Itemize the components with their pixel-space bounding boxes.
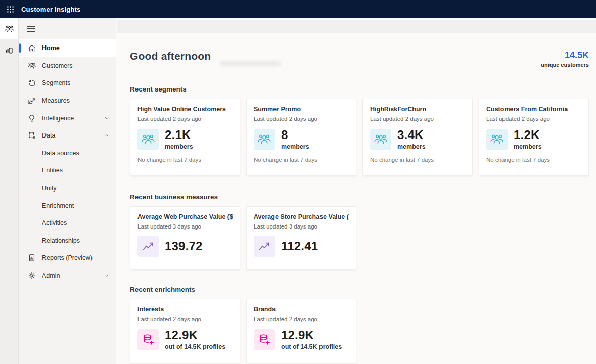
segment-card[interactable]: HighRiskForChurnLast updated 2 days ago3… <box>362 99 473 176</box>
segment-members-icon <box>370 129 391 150</box>
hamburger-menu-icon[interactable] <box>19 18 116 39</box>
sidebar-item-label: Enrichment <box>42 202 74 209</box>
sidebar-item-label: Data sources <box>42 150 79 157</box>
people-icon <box>27 61 36 70</box>
sidebar-item-entities[interactable]: Entities <box>19 162 116 179</box>
content-header-strip <box>117 20 596 33</box>
data-icon <box>27 131 36 140</box>
segment-card[interactable]: Summer PromoLast updated 2 days ago8memb… <box>246 99 356 176</box>
section-title-recent-measures: Recent business measures <box>130 193 589 201</box>
sidebar-item-reports-preview[interactable]: Reports (Preview) <box>19 249 116 267</box>
card-title: Average Web Purchase Value ($) <box>137 213 233 221</box>
sidebar-item-customers[interactable]: Customers <box>19 57 116 75</box>
sidebar-item-label: Reports (Preview) <box>42 254 93 261</box>
measure-trend-icon <box>137 236 159 257</box>
card-last-updated: Last updated 3 days ago <box>254 223 349 230</box>
enrichment-profiles-icon <box>254 329 275 350</box>
unique-customers-value: 14.5K <box>541 50 589 61</box>
enrichment-card[interactable]: InterestsLast updated 2 days ago12.9Kout… <box>130 299 240 363</box>
sidebar-item-label: Measures <box>42 97 70 104</box>
segment-members-icon <box>137 129 159 150</box>
sidebar-item-label: Intelligence <box>42 115 74 122</box>
sidebar-item-relationships[interactable]: Relationships <box>19 232 116 250</box>
app-rail <box>0 18 19 364</box>
card-last-updated: Last updated 2 days ago <box>137 316 233 322</box>
card-footer: No change in last 7 days <box>254 157 349 163</box>
measures-icon <box>27 96 36 105</box>
card-last-updated: Last updated 2 days ago <box>370 116 465 122</box>
card-value: 1.2K <box>514 129 542 141</box>
reports-icon <box>27 253 36 262</box>
home-icon <box>27 43 36 53</box>
card-title: Summer Promo <box>254 106 349 113</box>
card-unit-label: out of 14.5K profiles <box>281 343 342 350</box>
sidebar-item-unify[interactable]: Unify <box>19 179 116 197</box>
measure-card[interactable]: Average Store Purchase Value ($)Last upd… <box>246 206 356 270</box>
sidebar-item-label: Segments <box>42 79 70 86</box>
card-unit-label: members <box>165 143 193 150</box>
sidebar-item-home[interactable]: Home <box>19 39 116 57</box>
card-last-updated: Last updated 2 days ago <box>254 116 349 122</box>
card-title: Interests <box>137 306 233 313</box>
sidebar-item-label: Customers <box>42 62 72 69</box>
sidebar-item-label: Entities <box>42 167 63 174</box>
sidebar-item-label: Unify <box>42 185 56 192</box>
rail-item-audience-insights[interactable] <box>0 18 18 39</box>
section-title-recent-enrichments: Recent enrichments <box>130 286 589 293</box>
sidebar-item-data[interactable]: Data <box>19 127 116 145</box>
card-title: Brands <box>254 306 349 313</box>
main-content: Good afternoon 14.5K unique customers Re… <box>117 18 596 364</box>
segments-icon <box>27 78 36 87</box>
card-value: 8 <box>281 129 309 141</box>
segment-card[interactable]: High Value Online CustomersLast updated … <box>130 99 240 176</box>
card-unit-label: out of 14.5K profiles <box>165 343 225 350</box>
card-last-updated: Last updated 2 days ago <box>254 316 349 322</box>
chevron-down-icon[interactable] <box>104 272 110 279</box>
sidebar-item-admin[interactable]: Admin <box>19 267 116 285</box>
greeting-heading: Good afternoon <box>130 50 211 62</box>
unique-customers-kpi: 14.5K unique customers <box>541 50 589 68</box>
card-last-updated: Last updated 3 days ago <box>137 223 233 230</box>
top-app-bar: Customer Insights <box>0 0 596 18</box>
measure-trend-icon <box>254 236 275 257</box>
app-title: Customer Insights <box>21 6 81 13</box>
section-title-recent-segments: Recent segments <box>130 85 589 93</box>
segment-members-icon <box>486 129 508 150</box>
card-unit-label: members <box>514 143 542 150</box>
sidebar-item-intelligence[interactable]: Intelligence <box>19 109 116 127</box>
admin-icon <box>27 271 36 280</box>
selected-indicator <box>19 43 21 53</box>
intelligence-icon <box>27 114 36 123</box>
chevron-up-icon[interactable] <box>104 132 110 139</box>
redacted-username <box>220 61 281 66</box>
audience-insights-icon <box>5 24 14 34</box>
segment-members-icon <box>254 129 275 150</box>
card-title: Customers From California <box>486 106 581 113</box>
sidebar-item-segments[interactable]: Segments <box>19 74 116 92</box>
sidebar-item-measures[interactable]: Measures <box>19 92 116 110</box>
card-footer: No change in last 7 days <box>137 157 233 163</box>
unique-customers-label: unique customers <box>541 62 589 68</box>
card-last-updated: Last updated 2 days ago <box>137 116 233 122</box>
app-launcher-waffle-icon[interactable] <box>0 0 20 18</box>
sidebar-item-enrichment[interactable]: Enrichment <box>19 197 116 214</box>
sidebar-item-label: Data <box>42 132 55 139</box>
card-value: 2.1K <box>165 129 193 141</box>
card-value: 139.72 <box>165 240 203 252</box>
card-title: High Value Online Customers <box>137 106 233 113</box>
segment-card[interactable]: Customers From CaliforniaLast updated 2 … <box>479 99 589 176</box>
enrichment-card[interactable]: BrandsLast updated 2 days ago12.9Kout of… <box>246 299 356 363</box>
sidebar-item-label: Home <box>42 44 60 52</box>
card-value: 12.9K <box>281 329 342 341</box>
enrichment-profiles-icon <box>137 329 159 350</box>
rail-item-engagement-insights[interactable] <box>0 39 18 61</box>
sidebar-item-data-sources[interactable]: Data sources <box>19 145 116 162</box>
card-footer: No change in last 7 days <box>370 157 465 163</box>
measure-card[interactable]: Average Web Purchase Value ($)Last updat… <box>130 206 240 270</box>
sidebar-nav: HomeCustomersSegmentsMeasuresIntelligenc… <box>19 18 116 364</box>
chevron-down-icon[interactable] <box>104 115 110 121</box>
card-unit-label: members <box>397 143 426 150</box>
sidebar-item-activities[interactable]: Activities <box>19 214 116 232</box>
sidebar-item-label: Activities <box>42 219 67 226</box>
engagement-insights-icon <box>5 46 14 55</box>
